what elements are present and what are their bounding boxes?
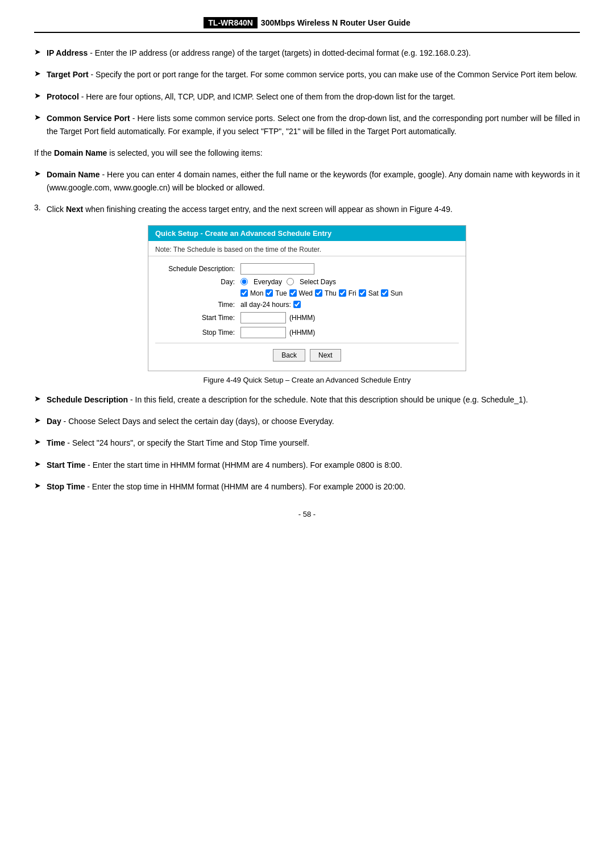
step-3: 3. Click Next when finishing creating th… [34, 203, 580, 215]
checkbox-thu: Thu [315, 289, 337, 297]
step-bold: Next [66, 205, 83, 214]
bullet-stop-time: ➤ Stop Time - Enter the stop time in HHM… [34, 480, 580, 493]
sat-checkbox[interactable] [359, 289, 366, 297]
bullet-content-10: Stop Time - Enter the stop time in HHMM … [47, 480, 580, 493]
tue-checkbox[interactable] [265, 289, 273, 297]
bullet-bold-4: Common Service Port [47, 114, 130, 123]
stop-time-row: Stop Time: (HHMM) [155, 327, 459, 338]
figure-buttons: Back Next [155, 343, 459, 366]
checkbox-wed: Wed [289, 289, 313, 297]
back-button[interactable]: Back [273, 349, 305, 362]
step-content: Click Next when finishing creating the a… [47, 203, 580, 215]
bullet-bold-1: IP Address [47, 48, 88, 57]
bullet-text-9: - Enter the start time in HHMM format (H… [85, 460, 402, 470]
bullet-common-service-port: ➤ Common Service Port - Here lists some … [34, 112, 580, 138]
bullet-content-1: IP Address - Enter the IP address (or ad… [47, 47, 580, 59]
bullet-text-6: - In this field, create a description fo… [128, 395, 528, 404]
thu-label: Thu [325, 289, 337, 297]
time-value: all day-24 hours: [240, 301, 291, 309]
start-time-input[interactable] [240, 312, 286, 323]
checkbox-tue: Tue [265, 289, 287, 297]
figure-title-bar: Quick Setup - Create an Advanced Schedul… [148, 226, 466, 241]
next-button[interactable]: Next [310, 349, 341, 362]
fri-checkbox[interactable] [339, 289, 346, 297]
schedule-description-row: Schedule Description: [155, 263, 459, 275]
mon-checkbox[interactable] [240, 289, 248, 297]
bullet-arrow-3: ➤ [34, 91, 41, 100]
day-row: Day: Everyday Select Days [155, 278, 459, 286]
stop-time-hint: (HHMM) [289, 329, 315, 337]
bullet-bold-2: Target Port [47, 70, 89, 79]
start-time-label: Start Time: [155, 314, 235, 322]
everyday-label: Everyday [254, 278, 282, 286]
bullet-day: ➤ Day - Choose Select Days and select th… [34, 415, 580, 427]
bullet-bold-10: Stop Time [47, 482, 85, 491]
sun-label: Sun [391, 289, 403, 297]
bullet-arrow-6: ➤ [34, 394, 41, 403]
bullet-content-4: Common Service Port - Here lists some co… [47, 112, 580, 138]
wed-checkbox[interactable] [289, 289, 297, 297]
figure-form: Schedule Description: Day: Everyday Sele… [148, 256, 466, 371]
bullet-bold-5: Domain Name [47, 170, 99, 179]
bullet-text-10: - Enter the stop time in HHMM format (HH… [85, 482, 405, 491]
thu-checkbox[interactable] [315, 289, 322, 297]
step-text-before: Click [47, 205, 66, 214]
bullet-domain-name: ➤ Domain Name - Here you can enter 4 dom… [34, 168, 580, 194]
bullet-arrow-4: ➤ [34, 113, 41, 122]
bullet-text-3: - Here are four options, All, TCP, UDP, … [79, 92, 455, 101]
day-radio-group: Everyday Select Days [240, 278, 336, 286]
bullet-content-7: Day - Choose Select Days and select the … [47, 415, 580, 427]
bullet-arrow-9: ➤ [34, 459, 41, 468]
time-label: Time: [155, 301, 235, 309]
model-label: TL-WR840N [204, 17, 258, 28]
figure-box: Quick Setup - Create an Advanced Schedul… [148, 225, 466, 371]
stop-time-input[interactable] [240, 327, 286, 338]
figure-note: Note: The Schedule is based on the time … [148, 241, 466, 256]
bullet-content-6: Schedule Description - In this field, cr… [47, 393, 580, 406]
checkbox-fri: Fri [339, 289, 356, 297]
select-days-label: Select Days [300, 278, 336, 286]
bullet-content-9: Start Time - Enter the start time in HHM… [47, 459, 580, 471]
bullet-protocol: ➤ Protocol - Here are four options, All,… [34, 90, 580, 103]
everyday-radio[interactable] [240, 278, 248, 285]
fri-label: Fri [349, 289, 356, 297]
bullet-arrow-2: ➤ [34, 69, 41, 78]
bullet-target-port: ➤ Target Port - Specify the port or port… [34, 68, 580, 81]
bullet-content-5: Domain Name - Here you can enter 4 domai… [47, 168, 580, 194]
all-day-checkbox[interactable] [293, 301, 301, 308]
page-header: TL-WR840N 300Mbps Wireless N Router User… [34, 17, 580, 33]
bullet-content-3: Protocol - Here are four options, All, T… [47, 90, 580, 103]
days-checkbox-group: Mon Tue Wed Thu Fri [240, 289, 459, 297]
bullet-bold-8: Time [47, 438, 65, 447]
schedule-description-label: Schedule Description: [155, 265, 235, 273]
mon-label: Mon [250, 289, 263, 297]
bullet-text-8: - Select "24 hours", or specify the Star… [65, 438, 309, 447]
bullet-arrow-10: ➤ [34, 481, 41, 490]
stop-time-label: Stop Time: [155, 329, 235, 337]
bullet-time: ➤ Time - Select "24 hours", or specify t… [34, 437, 580, 449]
start-time-row: Start Time: (HHMM) [155, 312, 459, 323]
bullet-arrow-8: ➤ [34, 437, 41, 446]
bullet-bold-9: Start Time [47, 460, 85, 470]
bullet-text-7: - Choose Select Days and select the cert… [61, 417, 334, 426]
note-paragraph: If the Domain Name is selected, you will… [34, 147, 580, 159]
checkbox-mon: Mon [240, 289, 263, 297]
wed-label: Wed [299, 289, 313, 297]
page-number: - 58 - [34, 510, 580, 518]
bullet-text-5: - Here you can enter 4 domain names, eit… [47, 170, 580, 192]
tue-label: Tue [275, 289, 287, 297]
day-label: Day: [155, 278, 235, 286]
bullet-content-2: Target Port - Specify the port or port r… [47, 68, 580, 81]
bullet-ip-address: ➤ IP Address - Enter the IP address (or … [34, 47, 580, 59]
bullet-arrow-1: ➤ [34, 47, 41, 56]
start-time-hint: (HHMM) [289, 314, 315, 322]
schedule-description-input[interactable] [240, 263, 314, 275]
domain-name-inline-bold: Domain Name [54, 148, 107, 157]
select-days-radio[interactable] [287, 278, 294, 285]
sun-checkbox[interactable] [381, 289, 388, 297]
checkbox-sat: Sat [359, 289, 379, 297]
step-text-after: when finishing creating the access targe… [83, 205, 453, 214]
bullet-bold-7: Day [47, 417, 61, 426]
bullet-text-2: - Specify the port or port range for the… [89, 70, 578, 79]
bullet-content-8: Time - Select "24 hours", or specify the… [47, 437, 580, 449]
